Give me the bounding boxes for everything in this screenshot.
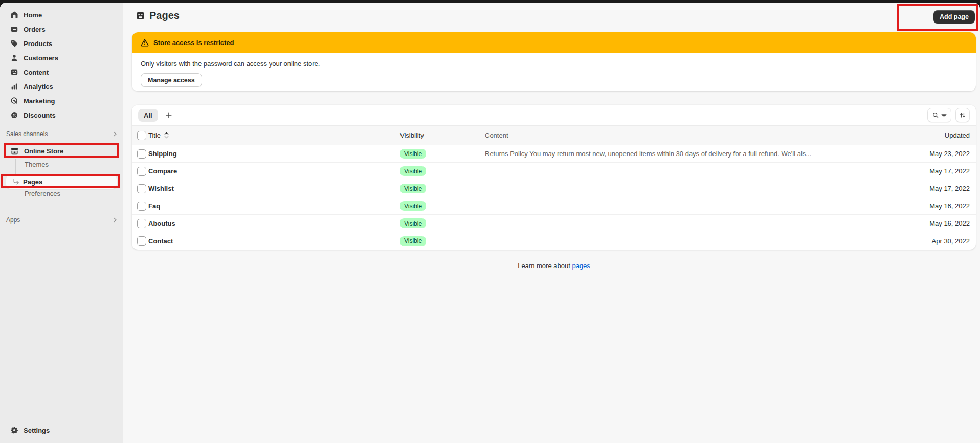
search-icon xyxy=(932,112,939,119)
updated-cell: May 23, 2022 xyxy=(899,150,976,158)
store-access-banner: Store access is restricted Only visitors… xyxy=(132,32,976,91)
row-checkbox-cell xyxy=(132,167,148,176)
sidebar-item-online-store[interactable]: Online Store xyxy=(4,144,119,158)
status-badge: Visible xyxy=(400,166,426,176)
sidebar-item-orders[interactable]: Orders xyxy=(4,22,119,36)
table-header-row: Title Visibility Content Updated xyxy=(132,126,976,145)
visibility-cell: Visible xyxy=(400,149,485,159)
row-checkbox[interactable] xyxy=(137,167,146,176)
sort-carets-icon xyxy=(164,132,169,139)
page-title-cell[interactable]: Aboutus xyxy=(148,219,400,227)
online-store-label: Online Store xyxy=(24,147,63,155)
warning-triangle-icon xyxy=(141,38,149,47)
sidebar-item-customers[interactable]: Customers xyxy=(4,51,119,65)
manage-access-button[interactable]: Manage access xyxy=(141,73,202,87)
visibility-cell: Visible xyxy=(400,166,485,176)
row-checkbox[interactable] xyxy=(137,184,146,193)
table-row[interactable]: Compare Visible May 17, 2022 xyxy=(132,163,976,180)
sidebar-item-settings[interactable]: Settings xyxy=(4,423,119,437)
sidebar-item-marketing[interactable]: Marketing xyxy=(4,94,119,108)
sidebar-item-label: Home xyxy=(24,11,42,19)
plus-icon xyxy=(165,111,173,119)
updated-cell: Apr 30, 2022 xyxy=(899,237,976,245)
learn-more-footer: Learn more about pages xyxy=(132,262,976,270)
learn-more-text: Learn more about xyxy=(518,262,570,270)
sidebar-item-products[interactable]: Products xyxy=(4,36,119,51)
table-row[interactable]: Wishlist Visible May 17, 2022 xyxy=(132,180,976,197)
tab-all[interactable]: All xyxy=(138,109,158,122)
add-view-button[interactable] xyxy=(165,111,173,119)
page-title-cell[interactable]: Faq xyxy=(148,202,400,210)
page-title-cell[interactable]: Compare xyxy=(148,167,400,175)
select-all-checkbox[interactable] xyxy=(137,131,146,140)
status-badge: Visible xyxy=(400,201,426,211)
table-row[interactable]: Shipping Visible Returns Policy You may … xyxy=(132,145,976,163)
sort-arrows-icon xyxy=(959,112,966,119)
row-checkbox[interactable] xyxy=(137,219,146,228)
add-page-button[interactable]: Add page xyxy=(933,10,975,24)
table-tabs-row: All xyxy=(132,105,976,126)
page-title-cell[interactable]: Contact xyxy=(148,237,400,245)
pages-table-card: All Tit xyxy=(132,105,976,250)
row-checkbox[interactable] xyxy=(137,202,146,211)
app-frame: Home Orders Products Customers Content A… xyxy=(0,3,980,443)
chevron-right-icon xyxy=(113,217,118,223)
filter-lines-icon xyxy=(941,112,947,119)
marketing-icon xyxy=(10,97,18,105)
settings-label: Settings xyxy=(24,427,50,434)
table-row[interactable]: Contact Visible Apr 30, 2022 xyxy=(132,232,976,250)
sidebar-item-analytics[interactable]: Analytics xyxy=(4,79,119,94)
row-checkbox[interactable] xyxy=(137,149,146,159)
sidebar-item-discounts[interactable]: Discounts xyxy=(4,108,119,122)
updated-cell: May 16, 2022 xyxy=(899,219,976,227)
banner-body: Only visitors with the password can acce… xyxy=(132,53,976,87)
content-icon xyxy=(10,68,18,76)
sidebar-item-content[interactable]: Content xyxy=(4,65,119,79)
page-title-cell[interactable]: Wishlist xyxy=(148,185,400,192)
header-checkbox-cell xyxy=(132,131,148,140)
status-badge: Visible xyxy=(400,184,426,193)
table-row[interactable]: Faq Visible May 16, 2022 xyxy=(132,197,976,215)
sidebar-item-home[interactable]: Home xyxy=(4,8,119,22)
table-row[interactable]: Aboutus Visible May 16, 2022 xyxy=(132,215,976,232)
pages-docs-link[interactable]: pages xyxy=(572,262,590,270)
sidebar-item-label: Marketing xyxy=(24,97,55,105)
sidebar: Home Orders Products Customers Content A… xyxy=(0,3,123,443)
sidebar-section-sales-channels[interactable]: Sales channels xyxy=(6,129,118,139)
title-column-label: Title xyxy=(148,131,161,139)
column-header-content: Content xyxy=(485,131,899,139)
visibility-cell: Visible xyxy=(400,236,485,246)
row-checkbox-cell xyxy=(132,149,148,159)
pages-label: Pages xyxy=(23,178,42,186)
banner-title: Store access is restricted xyxy=(153,39,234,47)
status-badge: Visible xyxy=(400,236,426,246)
page-header: Pages xyxy=(136,10,180,21)
sidebar-item-themes[interactable]: Themes xyxy=(4,158,119,171)
content-cell: Returns Policy You may return most new, … xyxy=(485,150,899,158)
column-header-visibility: Visibility xyxy=(400,131,485,139)
visibility-cell: Visible xyxy=(400,218,485,229)
visibility-cell: Visible xyxy=(400,184,485,194)
main-content: Pages Add page Store access is restricte… xyxy=(123,3,980,443)
search-and-filter-button[interactable] xyxy=(927,108,951,122)
sort-button[interactable] xyxy=(955,108,970,122)
storefront-icon xyxy=(10,147,19,156)
banner-header: Store access is restricted xyxy=(132,32,976,53)
discounts-icon xyxy=(10,111,18,119)
sidebar-item-preferences[interactable]: Preferences xyxy=(4,187,119,200)
updated-cell: May 16, 2022 xyxy=(899,202,976,210)
status-badge: Visible xyxy=(400,149,426,159)
row-checkbox-cell xyxy=(132,184,148,193)
table-actions xyxy=(927,108,970,122)
page-title-cell[interactable]: Shipping xyxy=(148,150,400,158)
status-badge: Visible xyxy=(400,218,426,228)
sidebar-section-apps[interactable]: Apps xyxy=(6,215,118,225)
row-checkbox[interactable] xyxy=(137,236,146,246)
updated-cell: May 17, 2022 xyxy=(899,167,976,175)
sidebar-item-label: Discounts xyxy=(24,112,56,119)
sidebar-item-label: Content xyxy=(24,69,49,76)
chevron-right-icon xyxy=(113,131,118,137)
shopify-admin-pages-screen: { "colors": { "annotation_red": "#e01c1c… xyxy=(0,0,980,443)
column-header-title[interactable]: Title xyxy=(148,131,400,139)
home-icon xyxy=(10,11,18,19)
